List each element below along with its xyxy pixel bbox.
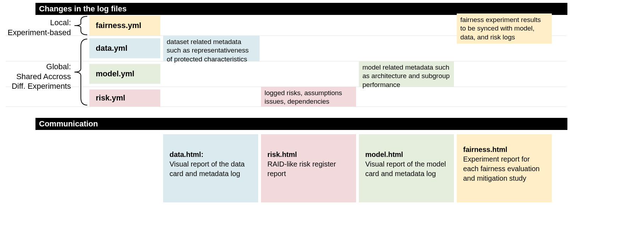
comm-fairness-desc: Experiment report for each fairness eval… (463, 155, 540, 182)
comm-data-title: data.html: (170, 150, 252, 159)
file-model-label: model.yml (96, 69, 134, 78)
desc-data-text: dataset related metadata such as represe… (167, 38, 249, 63)
side-label-global: Global: Shared Accross Diff. Experiments (0, 62, 71, 91)
section-header-changes-label: Changes in the log files (39, 4, 127, 13)
comm-data-desc: Visual report of the data card and metad… (170, 160, 245, 178)
file-fairness-yml: fairness.yml (89, 16, 160, 36)
comm-risk-title: risk.html (267, 150, 350, 159)
desc-model: model related metadata such as architect… (359, 61, 454, 87)
desc-risk-text: logged risks, assumptions issues, depend… (265, 89, 342, 105)
desc-risk: logged risks, assumptions issues, depend… (261, 87, 356, 107)
section-header-communication-label: Communication (39, 119, 98, 128)
bracket-icon (74, 38, 87, 106)
comm-model-html: model.html Visual report of the model ca… (359, 134, 454, 202)
side-label-local: Local: Experiment-based (0, 18, 71, 37)
bracket-icon (74, 16, 87, 36)
file-data-label: data.yml (96, 44, 127, 53)
section-header-changes: Changes in the log files (35, 3, 567, 15)
comm-fairness-title: fairness.html (463, 145, 545, 154)
section-header-communication: Communication (35, 118, 567, 130)
comm-model-title: model.html (365, 150, 448, 159)
desc-data: dataset related metadata such as represe… (163, 36, 260, 61)
desc-fairness: fairness experiment results to be synced… (457, 13, 552, 44)
comm-fairness-html: fairness.html Experiment report for each… (457, 134, 552, 202)
file-fairness-label: fairness.yml (96, 21, 141, 30)
desc-fairness-text: fairness experiment results to be synced… (460, 16, 541, 41)
file-data-yml: data.yml (89, 38, 160, 58)
file-risk-yml: risk.yml (89, 89, 160, 107)
file-risk-label: risk.yml (96, 93, 125, 103)
row-divider (6, 61, 566, 61)
desc-model-text: model related metadata such as architect… (362, 64, 450, 88)
row-divider (6, 107, 566, 107)
comm-model-desc: Visual report of the model card and meta… (365, 160, 446, 178)
comm-data-html: data.html: Visual report of the data car… (163, 134, 258, 202)
comm-risk-html: risk.html RAID-like risk register report (261, 134, 356, 202)
file-model-yml: model.yml (89, 64, 160, 84)
comm-risk-desc: RAID-like risk register report (267, 160, 336, 178)
